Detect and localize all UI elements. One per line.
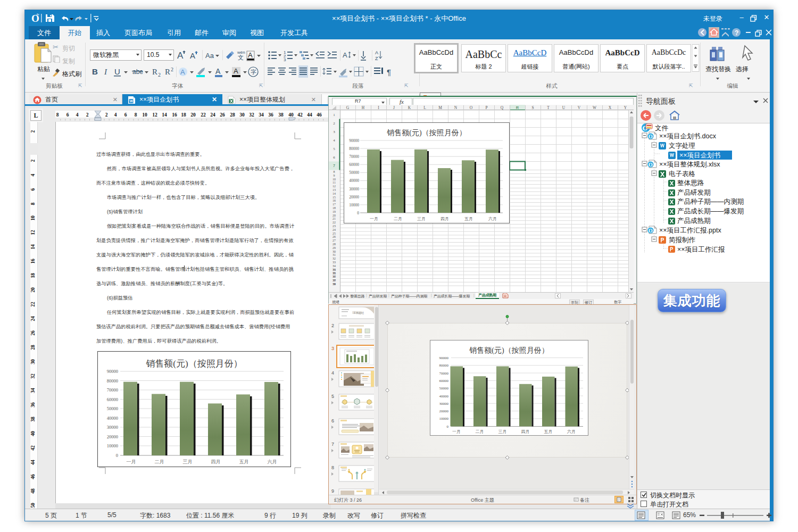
- svg-text:五月: 五月: [464, 217, 473, 221]
- svg-text:30: 30: [239, 112, 245, 118]
- svg-text:四月: 四月: [211, 459, 221, 464]
- svg-text:9: 9: [334, 174, 335, 177]
- svg-text:二月: 二月: [155, 459, 164, 464]
- svg-text:12: 12: [332, 185, 336, 188]
- svg-text:××项目工作汇报.pptx: ××项目工作汇报.pptx: [659, 227, 721, 234]
- svg-text:80000: 80000: [107, 378, 118, 384]
- svg-text:G: G: [346, 105, 350, 110]
- svg-text:20000: 20000: [349, 195, 359, 200]
- svg-text:44: 44: [307, 112, 312, 118]
- svg-text:28: 28: [30, 345, 36, 350]
- svg-text:U: U: [562, 105, 566, 110]
- svg-text:文字处理: 文字处理: [669, 142, 695, 149]
- svg-text:U: U: [114, 67, 120, 76]
- svg-text:A: A: [215, 67, 221, 76]
- svg-text:abe: abe: [132, 68, 143, 76]
- svg-text:12: 12: [30, 230, 36, 235]
- svg-text:14: 14: [30, 244, 36, 250]
- svg-text:18: 18: [332, 206, 336, 210]
- svg-text:28: 28: [332, 243, 336, 246]
- svg-text:60000: 60000: [107, 397, 118, 402]
- svg-text:26: 26: [220, 112, 225, 118]
- svg-text:L: L: [423, 105, 426, 110]
- svg-text:6: 6: [124, 112, 127, 118]
- svg-text:I: I: [104, 68, 107, 76]
- svg-text:4: 4: [76, 112, 79, 118]
- svg-text:3: 3: [331, 346, 334, 351]
- svg-text:¶: ¶: [387, 68, 391, 77]
- svg-text:Z: Z: [375, 56, 378, 61]
- svg-text:产品成熟期: 产品成熟期: [677, 217, 711, 225]
- svg-text:六月: 六月: [268, 459, 277, 464]
- svg-text:23: 23: [332, 225, 336, 228]
- svg-text:32: 32: [332, 257, 336, 260]
- svg-text:X: X: [609, 105, 612, 110]
- svg-text:24: 24: [210, 112, 215, 118]
- svg-text:2: 2: [30, 130, 36, 132]
- svg-text:24: 24: [332, 228, 336, 231]
- svg-text:7: 7: [333, 164, 335, 168]
- svg-text:42: 42: [297, 112, 303, 118]
- svg-text:10: 10: [30, 215, 36, 221]
- svg-text:2: 2: [158, 72, 161, 78]
- svg-text:48: 48: [30, 488, 36, 494]
- svg-text:A: A: [180, 68, 185, 76]
- svg-text:S: S: [531, 105, 534, 110]
- svg-text:25: 25: [332, 232, 336, 235]
- svg-text:10000: 10000: [107, 443, 118, 448]
- svg-text:13: 13: [332, 188, 336, 192]
- svg-text:产品研发期: 产品研发期: [677, 189, 711, 196]
- svg-text:H: H: [362, 105, 365, 110]
- svg-text:销售额(元)（按照月份）: 销售额(元)（按照月份）: [146, 359, 242, 369]
- svg-text:2: 2: [333, 121, 335, 126]
- svg-text:?: ?: [735, 29, 738, 37]
- svg-text:5: 5: [331, 394, 334, 399]
- svg-text:电子表格: 电子表格: [669, 170, 695, 178]
- svg-text:产品成长期——爆发期: 产品成长期——爆发期: [677, 207, 744, 215]
- svg-text:14: 14: [332, 192, 336, 195]
- svg-text:36: 36: [268, 112, 273, 118]
- svg-text:简报制作: 简报制作: [669, 236, 696, 244]
- svg-text:36: 36: [332, 275, 336, 278]
- svg-text:A: A: [375, 50, 378, 55]
- svg-text:O: O: [649, 162, 653, 168]
- svg-text:文: 文: [238, 54, 244, 61]
- svg-text:16: 16: [30, 259, 36, 264]
- svg-text:6: 6: [333, 155, 335, 160]
- svg-text:二月: 二月: [394, 217, 402, 221]
- svg-text:60000: 60000: [349, 162, 359, 167]
- svg-text:38: 38: [332, 282, 336, 286]
- svg-text:33: 33: [332, 261, 336, 264]
- svg-text:8: 8: [30, 202, 36, 205]
- svg-text:19: 19: [332, 210, 336, 213]
- svg-text:一月: 一月: [370, 217, 378, 221]
- svg-text:22: 22: [30, 302, 36, 307]
- svg-text:24: 24: [30, 316, 36, 321]
- svg-text:34: 34: [259, 112, 264, 118]
- svg-text:R: R: [516, 105, 519, 110]
- svg-text:20: 20: [332, 214, 336, 217]
- svg-text:2: 2: [86, 112, 89, 118]
- svg-text:28: 28: [230, 112, 235, 118]
- svg-text:8: 8: [331, 465, 334, 470]
- svg-text:文件: 文件: [655, 124, 669, 132]
- svg-text:4: 4: [333, 138, 335, 143]
- svg-text:35: 35: [332, 272, 336, 275]
- svg-text:18: 18: [30, 273, 36, 278]
- svg-text:90000: 90000: [349, 138, 359, 143]
- svg-text:3: 3: [284, 57, 286, 62]
- svg-text:22: 22: [332, 221, 336, 224]
- svg-text:P: P: [485, 105, 487, 110]
- svg-text:32: 32: [30, 373, 36, 379]
- svg-text:五月: 五月: [239, 459, 249, 464]
- svg-text:70000: 70000: [107, 387, 118, 393]
- svg-text:27: 27: [332, 239, 336, 242]
- svg-text:6: 6: [331, 418, 334, 423]
- svg-text:4: 4: [114, 112, 117, 118]
- svg-text:2: 2: [171, 66, 173, 72]
- svg-text:37: 37: [332, 279, 336, 282]
- svg-text:42: 42: [30, 445, 36, 451]
- svg-text:四月: 四月: [440, 217, 449, 221]
- svg-text:46: 46: [30, 474, 36, 479]
- svg-text:80000: 80000: [349, 146, 359, 151]
